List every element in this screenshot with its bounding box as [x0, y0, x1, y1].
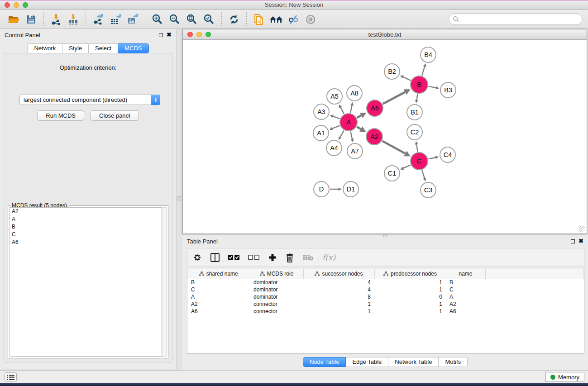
deselect-all-icon[interactable] — [248, 251, 260, 264]
graph-node-A6[interactable]: A6 — [367, 100, 383, 116]
graph-edge[interactable] — [340, 130, 344, 137]
column-view-icon[interactable] — [210, 251, 220, 264]
graph-edge[interactable] — [357, 127, 361, 129]
graph-node-A5[interactable]: A5 — [327, 89, 342, 104]
search-field[interactable] — [449, 13, 583, 25]
zoom-window-button[interactable] — [23, 2, 28, 8]
graph-node-B4[interactable]: B4 — [421, 47, 436, 62]
column-header[interactable]: successor nodes — [303, 269, 374, 279]
import-network-icon[interactable] — [48, 12, 64, 27]
home-icon[interactable] — [268, 12, 284, 27]
delete-column-icon[interactable] — [285, 251, 294, 264]
settings-gear-icon[interactable] — [192, 251, 202, 264]
task-history-button[interactable] — [5, 372, 17, 381]
graph-node-D[interactable]: D — [314, 181, 329, 197]
import-table-icon[interactable] — [66, 12, 81, 27]
column-header[interactable]: name — [446, 269, 485, 279]
refresh-layout-icon[interactable] — [226, 12, 242, 27]
add-column-icon[interactable] — [268, 251, 277, 264]
graph-edge[interactable] — [333, 126, 340, 129]
minimize-window-button[interactable] — [14, 2, 19, 8]
graph-node-C2[interactable]: C2 — [407, 124, 422, 140]
table-row[interactable]: Bdominator41B — [187, 279, 584, 286]
delete-table-icon[interactable] — [302, 251, 314, 264]
zoom-out-icon[interactable] — [167, 12, 182, 27]
graph-node-C3[interactable]: C3 — [421, 182, 436, 198]
column-header[interactable]: MCDS role — [250, 269, 303, 279]
search-input[interactable] — [461, 14, 582, 24]
save-session-icon[interactable] — [24, 12, 39, 27]
column-header[interactable]: predecessor nodes — [374, 269, 446, 279]
graph-edge[interactable] — [422, 67, 425, 76]
graph-node-B3[interactable]: B3 — [440, 82, 456, 98]
window-resize-grip[interactable] — [579, 226, 585, 232]
table-row[interactable]: Cdominator41C — [187, 286, 584, 293]
splitter-handle[interactable] — [383, 234, 387, 237]
table-row[interactable]: A6connector11A6 — [187, 308, 584, 315]
mcds-result-item[interactable]: A — [10, 215, 162, 223]
table-row[interactable]: Adominator80A — [187, 293, 584, 300]
tab-edge-table[interactable]: Edge Table — [346, 357, 388, 367]
graph-edge[interactable] — [428, 157, 435, 159]
open-file-icon[interactable] — [6, 12, 22, 27]
select-all-icon[interactable] — [228, 251, 240, 264]
graph-node-C1[interactable]: C1 — [384, 166, 400, 181]
graph-edge[interactable] — [357, 115, 361, 118]
graph-edge[interactable] — [340, 107, 344, 114]
tab-select[interactable]: Select — [89, 43, 118, 53]
float-panel-icon[interactable] — [159, 33, 163, 37]
graph-node-A4[interactable]: A4 — [326, 140, 342, 156]
vertical-splitter[interactable] — [177, 29, 182, 369]
graph-node-B2[interactable]: B2 — [384, 64, 400, 79]
export-table-icon[interactable] — [108, 12, 123, 27]
tab-node-table[interactable]: Node Table — [303, 357, 346, 367]
column-header[interactable]: shared name — [187, 269, 250, 279]
graph-node-A1[interactable]: A1 — [313, 125, 329, 141]
graph-node-D1[interactable]: D1 — [343, 181, 359, 197]
zoom-in-icon[interactable] — [150, 12, 165, 27]
graph-node-B1[interactable]: B1 — [407, 105, 422, 120]
mcds-result-item[interactable]: B — [10, 223, 162, 231]
close-panel-icon[interactable]: ✖ — [167, 33, 172, 37]
graph-edge[interactable] — [350, 132, 352, 139]
graph-edge[interactable] — [350, 105, 352, 113]
graph-node-A3[interactable]: A3 — [314, 104, 329, 119]
graph-node-C4[interactable]: C4 — [440, 147, 455, 162]
eye-icon[interactable] — [303, 12, 318, 27]
mcds-result-item[interactable]: A6 — [10, 238, 162, 246]
graph-edge[interactable] — [422, 170, 425, 178]
export-image-icon[interactable] — [125, 12, 140, 27]
hide-glasses-icon[interactable] — [286, 12, 301, 27]
graph-edge[interactable] — [403, 165, 411, 168]
result-list-scrollbar[interactable] — [162, 207, 167, 357]
graph-node-A7[interactable]: A7 — [347, 143, 363, 159]
mcds-result-item[interactable]: A2 — [10, 208, 162, 215]
tab-network[interactable]: Network — [27, 43, 62, 53]
graph-edge[interactable] — [333, 116, 340, 119]
graph-edge[interactable] — [403, 77, 411, 81]
graph-node-A[interactable]: A — [340, 114, 357, 131]
graph-node-B[interactable]: B — [411, 76, 428, 93]
zoom-fit-icon[interactable] — [184, 12, 200, 27]
graph-edge[interactable] — [416, 144, 418, 152]
splitter-handle[interactable] — [177, 196, 181, 200]
graph-edge[interactable] — [383, 92, 405, 104]
table-row[interactable]: A2connector11A2 — [187, 300, 584, 308]
graph-edge[interactable] — [429, 86, 436, 88]
export-network-icon[interactable] — [91, 12, 106, 27]
tab-motifs[interactable]: Motifs — [439, 357, 468, 367]
graph-node-A8[interactable]: A8 — [347, 86, 362, 101]
close-panel-button[interactable]: Close panel — [91, 110, 139, 121]
mcds-result-item[interactable]: C — [10, 231, 162, 238]
tab-style[interactable]: Style — [62, 43, 89, 53]
optimization-criterion-dropdown[interactable]: largest connected component (directed) ▲… — [19, 95, 160, 105]
graph-edge[interactable] — [382, 141, 406, 154]
tab-mcds[interactable]: MCDS — [118, 43, 148, 53]
clone-network-icon[interactable] — [251, 12, 267, 27]
memory-button[interactable]: Memory — [545, 372, 584, 382]
graph-node-C[interactable]: C — [411, 152, 428, 170]
network-window-titlebar[interactable]: testGlobe.txt — [183, 29, 587, 40]
function-builder-icon[interactable]: f(x) — [322, 251, 335, 264]
run-mcds-button[interactable]: Run MCDS — [37, 110, 84, 121]
float-panel-icon[interactable] — [571, 239, 575, 243]
